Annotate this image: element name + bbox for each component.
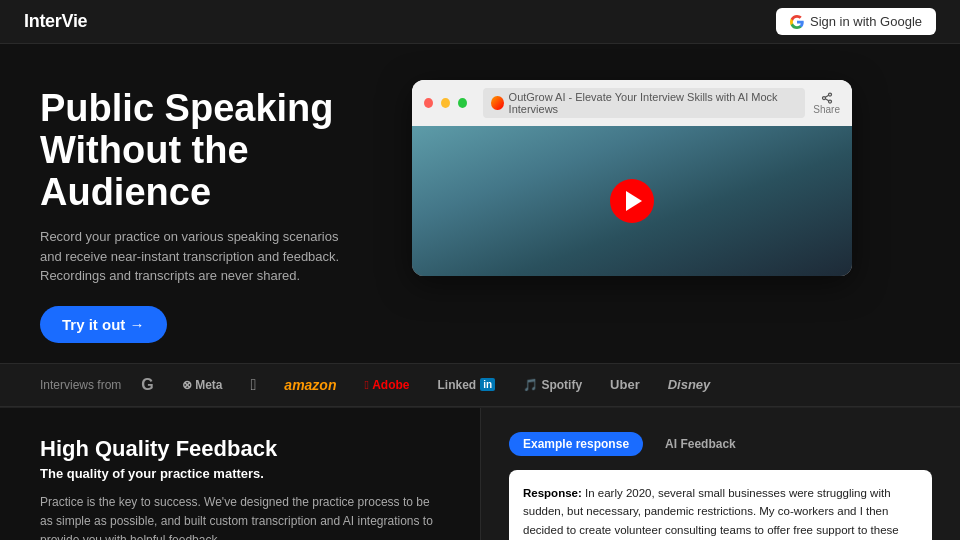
video-titlebar: OutGrow AI - Elevate Your Interview Skil… [412,80,852,126]
section-subtitle: The quality of your practice matters. [40,466,440,481]
hero-left: Public Speaking Without the Audience Rec… [40,80,380,343]
share-button[interactable]: Share [813,92,840,115]
section-body-1: Practice is the key to success. We've de… [40,493,440,540]
example-response-tab[interactable]: Example response [509,432,643,456]
uber-logo: Uber [610,377,640,392]
linkedin-logo: Linkedin [438,378,496,392]
response-box: Response: In early 2020, several small b… [509,470,932,540]
google-g-icon [790,15,804,29]
lower-section: High Quality Feedback The quality of you… [0,407,960,540]
try-it-out-button[interactable]: Try it out → [40,306,167,343]
svg-point-1 [822,96,825,99]
maximize-dot [458,98,467,108]
sign-in-label: Sign in with Google [810,14,922,29]
response-text: In early 2020, several small businesses … [523,487,912,540]
apple-logo:  [251,376,257,394]
hero-title: Public Speaking Without the Audience [40,88,380,213]
section-title: High Quality Feedback [40,436,440,462]
sign-in-button[interactable]: Sign in with Google [776,8,936,35]
play-button[interactable] [610,179,654,223]
svg-point-2 [828,100,831,103]
disney-logo: Disney [668,377,711,392]
ai-feedback-tab[interactable]: AI Feedback [651,432,750,456]
minimize-dot [441,98,450,108]
response-section: Example response AI Feedback Response: I… [480,408,960,540]
feedback-tabs: Example response AI Feedback [509,432,932,456]
google-logo: G [141,376,153,394]
video-tab: OutGrow AI - Elevate Your Interview Skil… [483,88,805,118]
feedback-section: High Quality Feedback The quality of you… [0,408,480,540]
navbar: InterVie Sign in with Google [0,0,960,44]
play-triangle-icon [626,191,642,211]
spotify-logo: 🎵 Spotify [523,378,582,392]
video-tab-label: OutGrow AI - Elevate Your Interview Skil… [509,91,798,115]
svg-line-4 [825,95,828,97]
logos-list: G ⊗ Meta  amazon 𓍸 Adobe Linkedin 🎵 Spo… [141,376,920,394]
svg-line-3 [825,98,828,100]
outgrow-icon [491,96,504,110]
hero-section: Public Speaking Without the Audience Rec… [0,44,960,363]
video-body[interactable] [412,126,852,276]
video-preview: OutGrow AI - Elevate Your Interview Skil… [412,80,852,276]
logo: InterVie [24,11,87,32]
meta-logo: ⊗ Meta [182,378,223,392]
amazon-logo: amazon [284,377,336,393]
hero-subtitle: Record your practice on various speaking… [40,227,340,286]
response-label: Response: [523,487,582,499]
svg-point-0 [828,93,831,96]
logos-label: Interviews from [40,378,121,392]
adobe-logo: 𓍸 Adobe [364,378,409,392]
close-dot [424,98,433,108]
logos-bar: Interviews from G ⊗ Meta  amazon 𓍸 Adob… [0,363,960,407]
